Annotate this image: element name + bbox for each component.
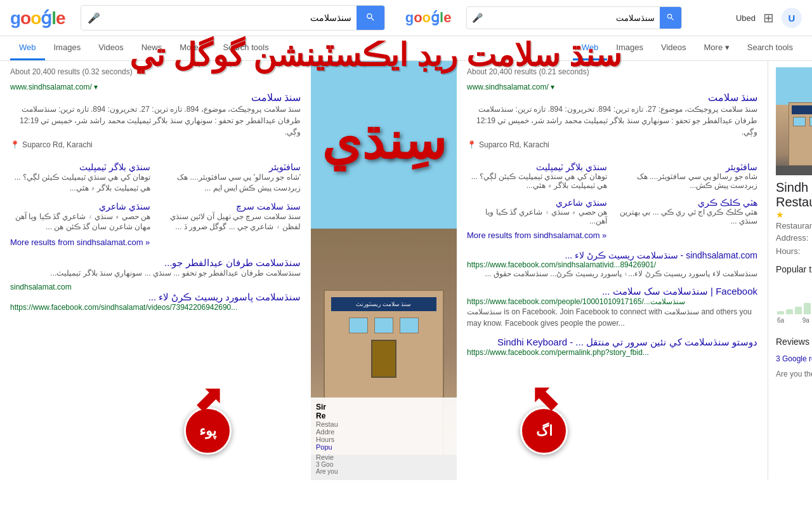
google-reviews-link[interactable]: 3 Google reviews: [776, 354, 812, 363]
right-sub-results-2: سنڌي شاعري هن حصي ۾ سنڌي ۽ شاعري گڏ ڪيا …: [467, 197, 757, 225]
left-bottom-result: sindhsalamat.com سنڌسلامت پاسورد ريسيٽ ڪ…: [10, 283, 301, 312]
secondary-search-input[interactable]: [488, 13, 660, 23]
popular-times-label: Popular times: [776, 264, 812, 274]
tab-web-right[interactable]: Web: [573, 36, 608, 60]
secondary-search-button[interactable]: [660, 7, 681, 29]
knowledge-panel: سنڌ سلامت See photos: [768, 61, 812, 480]
kp-address-row: Address: Suparco Rd, Karachi: [776, 233, 812, 243]
right-sub-title-2a[interactable]: سنڌي شاعري: [467, 197, 607, 208]
right-sk-url[interactable]: https://www.facebook.com/permalink.php?s…: [467, 348, 757, 357]
more-results-right[interactable]: More results from sindhsalamat.com »: [467, 231, 757, 240]
sub-title-1a[interactable]: سنڌي بلاگر ٽيمپليٽ: [10, 162, 150, 172]
bar-6a: [777, 311, 784, 314]
right-sindhi-keyboard: دوستو سنڌسلامت کي نئين سرور تي منتقل ...…: [467, 337, 757, 357]
right-fb-page-title[interactable]: Facebook | سنڌسلامت سک سلامت ...: [467, 286, 757, 297]
right-sub-title-1a[interactable]: سنڌي بلاگر ٽيمپليٽ: [467, 162, 607, 172]
left-bottom-title[interactable]: سنڌسلامت پاسورد ريسيٽ ڪرڻ لاء ...: [10, 291, 301, 303]
bar-9a: [804, 303, 811, 314]
main-search-input[interactable]: [107, 13, 357, 23]
tab-web[interactable]: Web: [10, 36, 45, 60]
tab-news[interactable]: News: [133, 36, 171, 60]
popular-times-chart: [776, 279, 812, 314]
results-count-left: About 20,400 results (0.32 seconds): [10, 67, 301, 76]
kp-image: سنڌ سلامت See photos: [776, 67, 812, 175]
right-facebook-video: sindhsalamat.com - سنڌسلامت ريسيٽ ڪرڻ لا…: [467, 250, 757, 278]
owner-text: Are you the business owner?: [776, 370, 812, 378]
tab-more[interactable]: More ▾: [171, 36, 214, 60]
sub-snippet-2b: سنڌ سلامت سرچ جي ٺهيل آن لائين سنڌي لفظن…: [160, 211, 301, 233]
tab-images-right[interactable]: Images: [607, 36, 652, 60]
right-fb-page-url[interactable]: https://www.facebook.com/people/10001010…: [467, 297, 757, 306]
right-sub-snippet-1a: توهان کي هي سنڌي ٽيمپليٽ ڪيئن لڳي؟ ... ه…: [467, 172, 607, 190]
result-location-1: 📍 Suparco Rd, Karachi: [10, 140, 301, 149]
middle-image-area: سنڌ سلامت ريسٽورنٽ سِنڌي: [311, 61, 457, 480]
sub-snippet-1a: توهان کي هي سنڌي ٽيمپليٽ ڪيئن لڳي؟ ... ه…: [10, 172, 150, 194]
secondary-mic-icon[interactable]: 🎤: [467, 13, 488, 23]
google-logo-left: gooǵle: [10, 8, 65, 29]
left-results: About 20,400 results (0.32 seconds) www.…: [0, 61, 311, 480]
kp-type: Restaurant: [776, 221, 812, 231]
sindhi-big-overlay: سِنڌي: [317, 112, 450, 171]
main-search-bar: 🎤: [81, 5, 385, 30]
user-name: Ubed: [736, 13, 756, 23]
bar-label-6a: 6a: [777, 317, 784, 324]
restaurant-info-overlay: SirRe Restau Addre Hours Popu Revie 3 Go…: [311, 398, 457, 480]
right-sub-snippet-1b: شاه جو رسالو پي سي سافٽويئر.... هک زبردس…: [617, 172, 757, 190]
header: gooǵle 🎤 gooǵle 🎤 Ubed ⊞ U: [0, 0, 812, 36]
bar-time-labels: 6a 9a 12p 3p 6p 9p 12a: [776, 317, 812, 324]
tab-search-tools[interactable]: Search tools: [214, 36, 277, 60]
main-search-button[interactable]: [357, 6, 384, 30]
reviews-section: Reviews Write a review 3 Google reviews: [776, 333, 812, 363]
right-sk-title[interactable]: دوستو سنڌسلامت کي نئين سرور تي منتقل ...…: [467, 337, 757, 348]
tab-videos[interactable]: Videos: [89, 36, 133, 60]
left-bottom-url: sindhsalamat.com: [10, 283, 301, 291]
left-sub-results-2: سنڌي شاعري هن حصي ۾ سنڌي ۽ شاعري گڏ ڪيا …: [10, 201, 301, 233]
sub-title-2b[interactable]: سنڌ سلامت سرچ: [160, 201, 301, 211]
right-results: About 20,400 results (0.21 seconds) www.…: [457, 61, 768, 480]
left-facebook-result: سنڌسلامت طرفان عيدالفطر جو... سنڌسلامت ط…: [10, 257, 301, 277]
tab-videos-right[interactable]: Videos: [652, 36, 695, 60]
right-result-url-1: www.sindhsalamat.com/ ▾: [467, 83, 757, 91]
reviews-label: Reviews: [776, 337, 809, 347]
result-title-1[interactable]: سنڌ سلامت: [10, 91, 301, 104]
left-sub-result-2b: سنڌ سلامت سرچ سنڌ سلامت سرچ جي ٺهيل آن ل…: [160, 201, 301, 233]
left-bottom-url-full: https://www.facebook.com/sindhsalamat/vi…: [10, 303, 301, 312]
kp-hours-row: Hours: Open today 7:00 am – 1:00 am ▾: [776, 246, 812, 256]
apps-icon[interactable]: ⊞: [763, 10, 774, 25]
left-sub-results-1: سنڌي بلاگر ٽيمپليٽ توهان کي هي سنڌي ٽيمپ…: [10, 162, 301, 194]
location-pin-icon: 📍: [10, 140, 20, 149]
sub-snippet-2a: هن حصي ۾ سنڌي ۽ شاعري گڏ ڪيا ويا آهن مها…: [10, 211, 150, 233]
address-label: Address:: [776, 233, 812, 243]
right-facebook-page: Facebook | سنڌسلامت سک سلامت ... https:/…: [467, 286, 757, 329]
result-snippet-1: سنڌ سلامت پروجيڪٽ، موضوع، 894. تازه ترين…: [10, 104, 301, 138]
result-url-1: www.sindhsalamat.com/ ▾: [10, 83, 301, 91]
right-result-location-1: 📍 Suparco Rd, Karachi: [467, 140, 757, 149]
right-sub-results-1: سنڌي بلاگر ٽيمپليٽ توهان کي هي سنڌي ٽيمپ…: [467, 162, 757, 190]
sub-title-2a[interactable]: سنڌي شاعري: [10, 201, 150, 211]
microphone-icon[interactable]: 🎤: [81, 12, 107, 24]
right-fb-url: sindhsalamat.com - سنڌسلامت ريسيٽ ڪرڻ لا…: [467, 250, 757, 260]
sub-title-1b[interactable]: سافٽويئر: [160, 162, 301, 172]
user-avatar[interactable]: U: [782, 8, 802, 28]
right-fb-page-snippet: سنڌسلامت is on Facebook. Join Facebook t…: [467, 306, 757, 329]
right-fb-url-link[interactable]: https://www.facebook.com/sindhsalamativi…: [467, 260, 757, 269]
left-fb-title[interactable]: سنڌسلامت طرفان عيدالفطر جو...: [10, 257, 301, 269]
left-result-1: www.sindhsalamat.com/ ▾ سنڌ سلامت سنڌ سل…: [10, 83, 301, 149]
popular-times-section: Popular times ⓘ Tuesdays ▾ Mondays Wedne…: [776, 264, 812, 324]
left-fb-snippet: سنڌسلامت طرفان عيدالفطر جو تحفو ... سنڌي…: [10, 269, 301, 277]
kp-footer: Are you the business owner? Feedback: [776, 370, 812, 378]
tab-search-tools-right[interactable]: Search tools: [738, 36, 802, 60]
right-sub-title-2b[interactable]: هٽي ڪلڪ ڪري: [617, 197, 757, 208]
user-section: Ubed ⊞ U: [736, 8, 802, 28]
more-results-left[interactable]: More results from sindhsalamat.com »: [10, 237, 301, 247]
right-fb-snippet: سنڌسلامت لاء پاسورد ريسيٽ ڪرڻ لاء...۽ پا…: [467, 269, 757, 278]
tab-more-right[interactable]: More ▾: [695, 36, 738, 60]
right-sub-snippet-2b: هٽي ڪلڪ ڪري اڄ ئي ري ڪي ... بي بهترين سن…: [617, 208, 757, 225]
kp-star-icon: ★: [776, 210, 784, 220]
bar-8a: [795, 307, 802, 314]
right-result-title-1[interactable]: سنڌ سلامت: [467, 91, 757, 104]
right-sub-title-1b[interactable]: سافٽويئر: [617, 162, 757, 172]
hours-label: Hours:: [776, 246, 812, 256]
poe-overlay: ➡ پوء: [184, 382, 232, 455]
tab-images[interactable]: Images: [45, 36, 90, 60]
